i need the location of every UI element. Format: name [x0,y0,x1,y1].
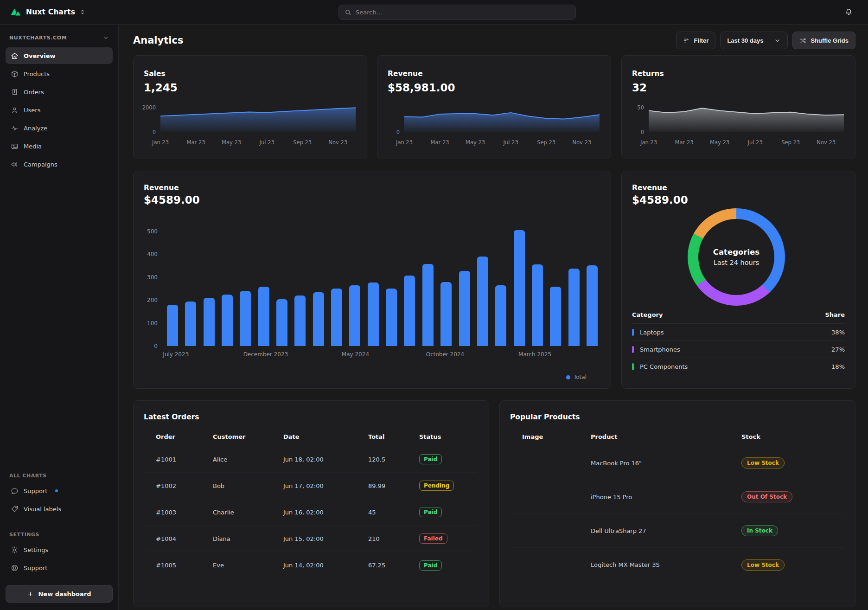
order-id: #1003 [156,509,213,516]
sidebar-item-orders[interactable]: Orders [6,83,113,100]
workspace-switcher[interactable]: NUXTCHARTS.COM [6,31,113,47]
package-icon [11,70,19,78]
product-row-logitech-mx-master-3s: Logitech MX Master 3SLow Stock [511,548,844,582]
order-date: Jun 15, 02:00 [283,535,368,542]
search-bar[interactable] [338,5,576,20]
sidebar-item-overview[interactable]: Overview [6,47,113,64]
column-date: Date [283,433,368,440]
order-row--1004: #1004DianaJun 15, 02:00210Failed [145,526,478,552]
new-dashboard-button[interactable]: New dashboard [6,585,113,603]
notifications-bell-icon[interactable] [844,7,853,18]
bar-chart-legend: Total [566,374,587,380]
sidebar-item-users[interactable]: Users [6,102,113,118]
orders-table-header: Order Customer Date Total Status [145,428,478,446]
bar-mar-2025 [532,264,543,346]
sidebar-item-settings[interactable]: Settings [6,541,113,558]
x-tick-label: Jan 23 [640,139,657,146]
order-total: 210 [368,535,419,542]
order-date: Jun 14, 02:00 [283,562,368,569]
x-tick-label: May 23 [710,139,729,146]
x-tick-label: Jan 23 [396,139,413,146]
donut-table-header: Category Share [632,311,845,318]
lifebuoy-icon [11,564,19,572]
order-row--1003: #1003CharlieJun 16, 02:0045Paid [145,499,478,526]
card-title: Revenue [632,184,667,192]
main-content: Analytics Filter Last 30 days Shuffle Gr… [119,25,868,610]
x-tick-label: March 2025 [518,351,551,358]
sidebar-item-support[interactable]: Support [6,559,113,576]
revenue-bar-chart[interactable] [167,227,598,346]
products-table-body: MacBook Pro 16"Low StockiPhone 15 ProOut… [511,446,844,582]
sidebar-item-visual-labels[interactable]: Visual labels [6,501,113,517]
bar-chart-y-axis: 0100200300400500 [137,227,158,346]
sidebar-item-media[interactable]: Media [6,138,113,154]
search-input[interactable] [356,9,570,16]
x-tick-label: Mar 23 [675,139,694,146]
orders-table: Order Customer Date Total Status #1001Al… [145,428,478,578]
column-stock: Stock [741,433,844,440]
card-value: 1,245 [144,82,178,94]
gear-icon [11,546,19,554]
card-title: Returns [632,70,664,78]
order-total: 45 [368,509,419,516]
header-controls: Filter Last 30 days Shuffle Grids [676,32,855,49]
order-customer: Alice [213,456,283,463]
sidebar-item-support[interactable]: Support [6,482,113,499]
topbar: Nuxt Charts [0,0,868,25]
app-root: Nuxt Charts NUXTCHARTS.COM OverviewProdu… [0,0,868,610]
sidebar-item-analyze[interactable]: Analyze [6,120,113,136]
sidebar: NUXTCHARTS.COM OverviewProductsOrdersUse… [0,25,119,610]
revenue-trend-svg [404,107,600,132]
sidebar-sections: ALL CHARTSSupportVisual labelsSETTINGSSe… [6,470,113,578]
x-axis-labels: Jan 23Mar 23May 23Jul 23Sep 23Nov 23 [649,139,844,147]
bar-aug-2023 [185,302,196,346]
date-range-value: Last 30 days [727,37,763,44]
filter-button[interactable]: Filter [676,32,716,49]
products-table: Image Product Stock MacBook Pro 16"Low S… [511,428,844,582]
categories-donut-chart[interactable]: Categories Last 24 hours [688,208,785,306]
app-title: Nuxt Charts [26,8,75,16]
revenue-trend-chart[interactable] [404,107,600,132]
chevrons-up-down-icon[interactable] [79,9,86,15]
bar-nov-2023 [240,291,251,346]
home-icon [11,52,19,60]
product-row-dell-ultrasharp-27: Dell UltraSharp 27In Stock [511,514,844,548]
x-tick-label: Jul 23 [260,139,274,146]
x-axis-labels: Jan 23Mar 23May 23Jul 23Sep 23Nov 23 [404,139,600,147]
tag-icon [11,505,19,513]
category-name: Smartphones [640,346,825,353]
category-color-marker [632,346,634,353]
column-total: Total [368,433,419,440]
order-id: #1005 [156,562,213,569]
bar-dec-2024 [477,257,488,346]
order-total: 67.25 [368,562,419,569]
sidebar-item-campaigns[interactable]: Campaigns [6,156,113,173]
bar-oct-2024 [440,282,452,346]
card-title: Sales [144,70,166,78]
y-tick-label: 0 [154,343,158,349]
order-date: Jun 16, 02:00 [283,509,368,516]
bar-sep-2023 [204,298,215,346]
x-tick-label: July 2023 [163,351,189,358]
latest-orders-card: Latest Orders Order Customer Date Total … [133,400,489,607]
sales-trend-chart[interactable] [160,107,356,132]
sidebar-item-label: Media [24,143,42,150]
date-range-select[interactable]: Last 30 days [720,32,788,49]
stat-card-sales: Sales1,24520000Jan 23Mar 23May 23Jul 23S… [133,55,367,159]
category-share: 27% [831,346,845,353]
sidebar-item-products[interactable]: Products [6,65,113,82]
x-tick-label: Nov 23 [328,139,347,146]
returns-trend-chart[interactable] [649,107,844,132]
order-status-badge: Paid [419,507,442,517]
popular-products-card: Popular Products Image Product Stock Mac… [499,400,855,607]
order-row--1001: #1001AliceJun 18, 02:00120.5Paid [145,446,478,473]
sidebar-item-label: Products [24,71,50,77]
bar-apr-2024 [331,289,342,346]
brand: Nuxt Charts [10,0,86,24]
order-status-badge: Pending [419,481,454,491]
shuffle-grids-label: Shuffle Grids [811,37,849,44]
sidebar-item-label: Settings [24,546,48,553]
category-share: 18% [831,363,845,370]
shuffle-grids-button[interactable]: Shuffle Grids [792,32,855,49]
column-category: Category [632,311,663,318]
